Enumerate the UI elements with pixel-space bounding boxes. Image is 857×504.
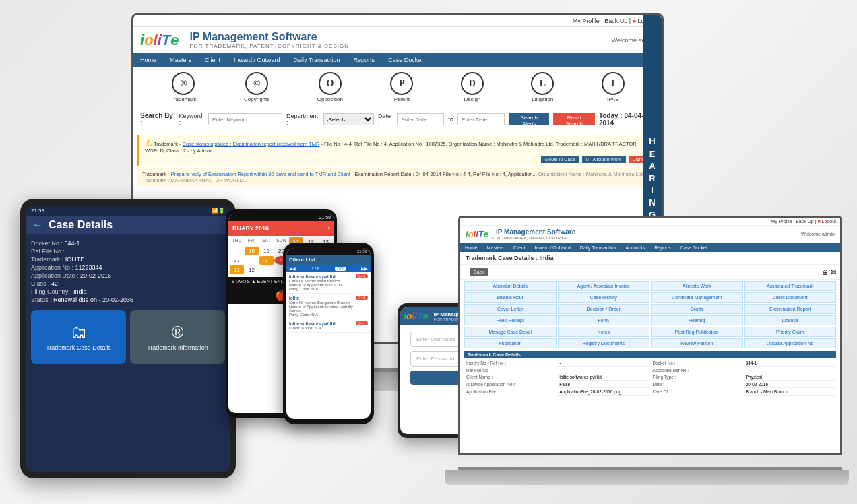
client-item-3[interactable]: Iolite softwares pvt ltd 341 Client: Ent… [286,319,371,333]
hearing-r: R [649,172,655,185]
cal-day-27[interactable]: 27 [230,256,244,265]
ipab-icon-item[interactable]: I IPAB [602,72,625,102]
copyrights-icon-item[interactable]: © Copyrights [244,72,269,102]
detail-app-file-value: ApplicationFile_20-02-2016.png [557,389,649,396]
rl-details-title: Trademark Case Details [464,351,836,358]
action-notes[interactable]: Notes [558,327,650,337]
nav-daily-transaction[interactable]: Daily Transaction [287,53,347,67]
search-alerts-button[interactable]: Search Alerts [509,113,550,125]
rl-nav-home[interactable]: Home [460,243,482,252]
hearing-i: I [651,185,654,197]
design-circle: D [461,72,484,95]
date-from-input[interactable] [397,113,444,125]
cal-next-arrow[interactable]: › [327,224,330,233]
detail-divide-value: False [557,381,649,388]
nav-masters[interactable]: Masters [163,53,198,67]
tablet-card-trademark-info[interactable]: ® Trademark Information [130,310,225,364]
action-license[interactable]: License [744,315,837,325]
litigation-icon-item[interactable]: L Litigation [531,72,554,102]
rl-nav-daily[interactable]: Daily Transaction [575,243,621,252]
action-priority[interactable]: Priority Claim [744,327,837,337]
client-3-badge: 341 [356,321,368,325]
rl-nav-inward[interactable]: Inward / Outward [530,243,575,252]
action-case-history[interactable]: Case History [558,292,650,303]
cal-topbar: 21:59 [228,214,334,221]
department-select[interactable]: -Select- [323,113,374,125]
patent-icon-item[interactable]: P Patent [390,72,413,102]
tablet-cards: 🗂 Trademark Case Details ® Trademark Inf… [31,310,225,364]
allocate-work-button[interactable]: 0 - Allocate Work [582,156,626,163]
nav-home[interactable]: Home [133,53,163,67]
detail-ref-value [557,367,649,373]
action-update-app[interactable]: Update Application No [744,338,837,348]
rl-print-icon[interactable]: 🖨 [821,268,828,276]
rl-topbar: My Profile | Back Up | ■ Logout [460,218,840,226]
date-to-input[interactable] [457,113,505,125]
rl-my-profile[interactable]: My Profile [771,219,792,224]
design-icon-item[interactable]: D Design [461,72,484,102]
nav-reports[interactable]: Reports [347,53,382,67]
action-exam-report[interactable]: Examination Report [744,304,837,314]
rl-logout[interactable]: Logout [822,219,836,224]
move-to-case-button[interactable]: Move To Case [541,156,579,163]
action-drafts[interactable]: Drafts [651,304,743,314]
reset-search-button[interactable]: Reset Search [553,113,594,125]
date-label: Date : [378,113,393,126]
cal-thu: THU [230,237,244,246]
client-nav-prev[interactable]: ◀◀ [289,266,296,271]
action-hearing[interactable]: Hearing [651,315,743,325]
detail-date-label: Date : [651,381,743,388]
action-allocate[interactable]: Allocate Work [651,281,743,291]
back-up-link[interactable]: Back Up [604,18,627,24]
rl-nav-accounts[interactable]: Accounts [621,243,650,252]
rl-nav-client[interactable]: Client [509,243,530,252]
rl-nav-case-docket[interactable]: Case Docket [676,243,712,252]
tablet-card-trademark-case[interactable]: 🗂 Trademark Case Details [31,310,126,364]
tablet-trademark: Trademark : IOLITE [31,256,225,263]
action-form[interactable]: Form [558,315,650,325]
opposition-icon-item[interactable]: O Opposition [317,72,343,102]
nav-inward-outward[interactable]: Inward / Outward [227,53,287,67]
cal-day-18[interactable]: 18 [245,247,259,255]
action-decision[interactable]: Decision / Order [558,304,650,314]
action-client-doc[interactable]: Client Document [744,292,837,303]
cal-day-12b[interactable]: 12 [245,265,259,274]
rl-nav-reports[interactable]: Reports [649,243,676,252]
action-fees[interactable]: Fees Receipt [464,315,557,325]
patent-circle: P [390,72,413,95]
client-nav-go[interactable]: GO [335,267,345,271]
action-registry-docs[interactable]: Registry Documents [558,338,650,348]
hearing-n: N [649,197,655,209]
tablet-back-arrow[interactable]: ← [32,219,43,231]
action-abandon[interactable]: Abandon Details [464,281,557,291]
search-input[interactable] [208,113,282,125]
rl-details-section: Trademark Case Details Inquiry No - Ref … [460,350,840,397]
laptop-right-device: My Profile | Back Up | ■ Logout i o l i … [445,216,849,485]
rl-nav-masters[interactable]: Masters [482,243,509,252]
rl-welcome: Welcome admin [801,232,835,237]
action-manage-case[interactable]: Manage Case Detail [464,327,557,337]
cal-day-11b[interactable]: 11 [230,265,244,274]
action-cert-mgmt[interactable]: Certificate Management [651,292,743,303]
rl-back-up[interactable]: Back Up [796,219,813,224]
nav-client[interactable]: Client [198,53,227,67]
action-cover-letter[interactable]: Cover Letter [464,304,557,314]
trademark-icon-item[interactable]: ® Trademark [170,72,196,102]
ipab-circle: I [602,72,625,95]
client-item-2[interactable]: Iolite 343 Care Of Name: Bangalore Branc… [286,294,371,319]
action-assoc-trademark[interactable]: Associated Trademark [744,281,837,291]
rl-back-button[interactable]: Back [470,268,488,276]
action-review[interactable]: Review Petition [651,338,743,348]
detail-client-value: Iolite softwares pvt ltd [557,374,649,381]
client-nav-next[interactable]: ▶▶ [361,266,368,271]
nav-case-docket[interactable]: Case Docket [381,53,430,67]
my-profile-link[interactable]: My Profile [573,18,600,24]
cal-day-3[interactable]: 3 [259,256,274,265]
action-billable[interactable]: Billable Hour [464,292,557,303]
action-agent-invoice[interactable]: Agent / Associate Invoice [558,281,650,291]
action-post-reg[interactable]: Post Reg Publication [651,327,743,337]
action-publication[interactable]: Publication [464,338,557,348]
client-item-1[interactable]: Iolite softwares pvt ltd 344 Care Of Nam… [286,272,371,294]
cal-day-19[interactable]: 19 [259,247,274,255]
rl-email-icon[interactable]: ✉ [831,268,836,276]
